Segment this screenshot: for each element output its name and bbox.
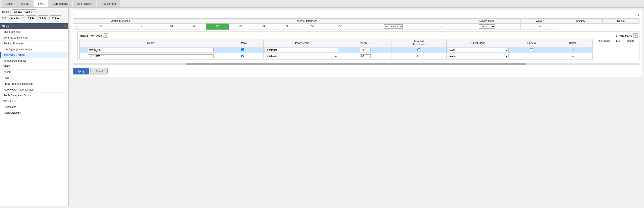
top-tabs-bar: Basic Global Sites Connections Optimizat… [0,0,644,8]
content-panel: + ? Virtual Interfaces Ethernet Interfac… [71,10,642,77]
scrollbar-thumb[interactable] [186,63,526,65]
bridge-pairs-label: Bridge Pairs [616,34,632,37]
eth-col-1-4[interactable]: 1/4 [183,23,206,30]
panel-help-icon[interactable]: ? [638,13,640,16]
vi-vlan-inet[interactable] [360,54,371,58]
tab-sites[interactable]: Sites [34,0,48,7]
sidebar-item-dhcp[interactable]: DHCP [0,70,68,75]
vi-col-slaac: SLAAC [510,39,553,47]
region-select[interactable]: Default_Region [12,9,36,14]
delete-site-label: Site [55,16,59,19]
eth-col-1-1[interactable]: 1/1 [80,23,120,30]
eth-col-1-5[interactable]: 1/5 [206,23,229,30]
vi-panel: Virtual Interfaces + Bridge Pairs + [78,31,640,61]
add-site-button[interactable]: + Site [26,15,36,20]
sidebar-section-header: Sites ? [0,23,68,29]
vi-col-name: Name [80,39,222,47]
vi-delete-inet[interactable]: ↩ [572,55,574,58]
delete-site-button[interactable]: 🗑 Site [50,15,61,20]
vi-enable-mpls[interactable] [242,48,244,51]
vi-row-mpls: <Default> [80,47,592,53]
panel-add-icon[interactable]: + [73,12,76,17]
ethernet-interfaces-header: Ethernet Interfaces [160,19,453,23]
eth-col-1-2[interactable]: 1/2 [120,23,160,30]
vi-slaac-inet[interactable] [530,55,533,57]
main-layout: Region: Default_Region Site: SJC-DC + Si… [0,8,644,206]
vi-header-row: Virtual Interfaces + Bridge Pairs + [79,33,638,38]
wccp-checkbox[interactable] [441,25,444,28]
vi-directed-broadcast-mpls[interactable] [418,48,420,51]
sidebar-item-high-availability[interactable]: High Availability [0,110,68,116]
bypass-mode-header: Bypass Mode [453,19,520,23]
vi-col-delete: Delete [553,39,592,47]
eth-col-1-8[interactable]: 1/8 [275,23,298,30]
tab-provisioning[interactable]: Provisioning [97,0,120,7]
sidebar-item-proxy-auto[interactable]: Proxy Auto-config settings [0,81,68,87]
vi-col-firewall: Firewall Zone [264,39,339,47]
sidebar-item-basic-settings[interactable]: Basic Settings [0,29,68,35]
sidebar-item-vrrp[interactable]: VRRP [0,64,68,70]
sidebar-item-routing-domains[interactable]: Routing Domains [0,41,68,46]
vi-client-mode-mpls[interactable]: None [448,48,508,52]
tab-basic[interactable]: Basic [2,0,17,7]
wccp-header: WCCP [520,19,559,23]
bridge-pairs-add-btn[interactable]: + [633,33,638,38]
sidebar-item-interface-groups[interactable]: Interface Groups [0,52,68,58]
sidebar-item-virtual-ip[interactable]: Virtual IP Addresses [0,58,68,64]
site-select[interactable]: SJC-DC [8,15,24,20]
vi-client-mode-inet[interactable]: None [448,54,508,58]
region-label: Region: [2,10,11,13]
apply-button[interactable]: Apply [73,68,89,75]
security-select[interactable]: Trusted Untrusted [479,24,495,29]
expand-collapse-btn[interactable]: − [74,25,79,28]
vi-table: Name Enable Firewall Zone VLAN ID Direct… [79,39,592,60]
delete-header: Delete [602,19,639,23]
region-row: Region: Default_Region [2,9,66,14]
bottom-buttons: Apply Revert [73,68,640,75]
controls-bar: Region: Default_Region Site: SJC-DC + Si… [0,8,68,23]
revert-button[interactable]: Revert [90,68,108,75]
sidebar-items-list: Basic Settings Centralized Licensing Rou… [0,29,68,116]
plus-icon: + [28,16,29,19]
sidebar-item-prefix-delegation[interactable]: Prefix Delegation Group [0,93,68,99]
tab-global[interactable]: Global [17,0,34,7]
bp-col-interfaces: Interfaces [595,39,613,43]
eth-col-10-1[interactable]: 10/1 [298,23,326,30]
vi-add-btn[interactable]: + [104,33,108,38]
delete-row-btn[interactable]: ↩ [538,25,541,28]
sidebar-item-centralized-licensing[interactable]: Centralized Licensing [0,35,68,41]
interface-header-table: Virtual Interfaces Ethernet Interfaces B… [73,18,640,30]
horizontal-scrollbar[interactable] [73,63,640,65]
sidebar-item-dns[interactable]: DNS [0,75,68,81]
vi-table-container: Name Enable Firewall Zone VLAN ID Direct… [79,39,592,60]
tab-connections[interactable]: Connections [48,0,72,7]
virtual-interfaces-header: Virtual Interfaces [80,19,160,23]
sidebar-item-wan-links[interactable]: WAN Links [0,99,68,104]
vi-firewall-mpls[interactable]: <Default> [265,48,338,52]
sidebar-item-link-aggregation[interactable]: Link Aggregation Groups [0,46,68,52]
bypass-mode-select[interactable]: Fail-to-Block Fail-to-Wire Bypass [384,24,402,29]
add-site-label: Site [30,16,34,19]
sidebar-item-ndp[interactable]: NDP Router Advertisement [0,87,68,93]
left-sidebar: Region: Default_Region Site: SJC-DC + Si… [0,8,68,206]
vi-slaac-mpls[interactable] [530,48,533,51]
vi-directed-broadcast-inet[interactable] [418,55,420,57]
vi-delete-mpls[interactable]: ↩ [572,48,574,52]
vi-enable-inet[interactable] [242,55,244,57]
eth-col-1-7[interactable]: 1/7 [252,23,275,30]
vi-vlan-mpls[interactable] [360,48,371,52]
eth-col-10-2[interactable]: 10/2 [326,23,354,30]
eth-col-1-6[interactable]: 1/6 [229,23,252,30]
vi-firewall-inet[interactable]: <Default> [265,54,338,58]
eth-col-1-3[interactable]: 1/3 [160,23,183,30]
sidebar-item-certificates[interactable]: Certificates [0,104,68,110]
tab-optimization[interactable]: Optimization [73,0,96,7]
site-row: Site: SJC-DC + Site ⧉ Site 🗑 Site [2,15,66,20]
vi-name-mpls[interactable] [88,48,214,52]
vi-name-inet[interactable] [88,54,214,58]
sidebar-help-icon[interactable]: ? [65,25,66,28]
site-label: Site: [2,16,7,19]
copy-site-button[interactable]: ⧉ Site [38,15,48,20]
sidebar-section-label: Sites [2,25,9,28]
copy-icon: ⧉ [40,16,42,19]
